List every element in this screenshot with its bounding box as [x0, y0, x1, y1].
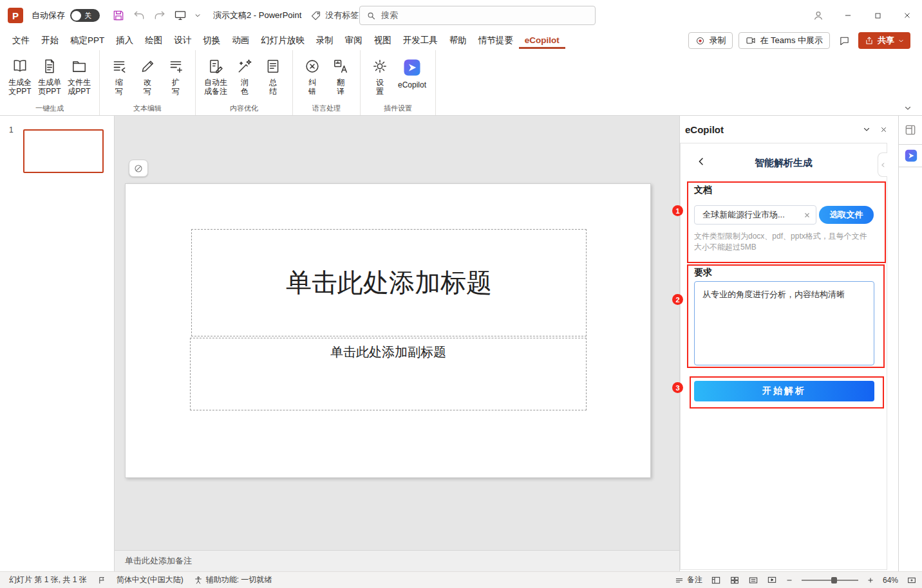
toggle-knob: [71, 11, 81, 21]
generate-single-page-ppt-button[interactable]: 生成单页PPT: [35, 53, 64, 98]
ribbon-group-label: 内容优化: [196, 104, 292, 113]
chevron-left-icon: [880, 162, 886, 168]
requirement-textarea[interactable]: 从专业的角度进行分析，内容结构清晰: [694, 281, 874, 365]
tab-animations[interactable]: 动画: [226, 32, 255, 50]
save-button[interactable]: [110, 7, 127, 24]
settings-button[interactable]: 设置: [366, 53, 394, 98]
task-pane-icon[interactable]: [904, 124, 917, 136]
minimize-icon: [843, 11, 852, 20]
expand-text-button[interactable]: 扩写: [162, 53, 190, 98]
record-button[interactable]: 录制: [688, 32, 733, 49]
tag-label: 没有标签: [325, 10, 359, 21]
abbreviate-button[interactable]: 缩写: [105, 53, 133, 98]
fit-slide-to-window-button[interactable]: [907, 575, 917, 585]
slide-count-status[interactable]: 幻灯片 第 1 张, 共 1 张: [9, 574, 87, 585]
reading-view-button[interactable]: [748, 575, 758, 585]
slide-sorter-view-button[interactable]: [729, 575, 740, 585]
summarize-button[interactable]: 总结: [259, 53, 287, 98]
zoom-in-button[interactable]: [867, 576, 874, 584]
powerpoint-logo-icon: P: [8, 8, 23, 23]
tab-transitions[interactable]: 切换: [197, 32, 226, 50]
select-file-button[interactable]: 选取文件: [819, 206, 874, 224]
chevron-down-icon: [863, 125, 870, 133]
close-button[interactable]: [892, 0, 922, 31]
ecopilot-pane-button[interactable]: eCopilot: [394, 53, 430, 91]
sensitivity-label-button[interactable]: 没有标签: [310, 10, 359, 21]
ecopilot-side-tab[interactable]: [899, 144, 922, 167]
status-bar-left: 幻灯片 第 1 张, 共 1 张 简体中文(中国大陆) 辅助功能: 一切就绪: [0, 574, 272, 585]
teams-camera-icon: [746, 35, 756, 46]
notes-toggle-button[interactable]: 备注: [675, 574, 702, 585]
undo-button[interactable]: [131, 7, 147, 24]
zoom-slider[interactable]: [802, 580, 858, 581]
rewrite-button[interactable]: 改写: [133, 53, 162, 98]
zoom-level[interactable]: 64%: [883, 576, 898, 585]
record-label: 录制: [709, 35, 726, 46]
collapse-ribbon-button[interactable]: [904, 104, 912, 112]
ecopilot-panel: eCopilot 智能解析生成 文档 全球新能源行业市场...: [679, 116, 898, 571]
tab-storyboard[interactable]: 情节提要: [473, 32, 519, 50]
subtitle-placeholder[interactable]: 单击此处添加副标题: [190, 338, 587, 410]
compress-text-icon: [111, 58, 127, 75]
ribbon-group-label: 文本编辑: [100, 104, 195, 113]
maximize-button[interactable]: [863, 0, 892, 31]
slide-number: 1: [9, 125, 14, 134]
start-parsing-button[interactable]: 开始解析: [694, 381, 874, 401]
ribbon-group-text-editing: 缩写 改写 扩写 文本编辑: [100, 50, 196, 115]
tab-draw[interactable]: 绘图: [139, 32, 168, 50]
record-icon: [695, 36, 705, 46]
present-in-teams-label: 在 Teams 中展示: [760, 35, 823, 46]
tab-ecopilot[interactable]: eCopilot: [519, 32, 565, 49]
tab-gaoding-ppt[interactable]: 稿定PPT: [64, 32, 110, 50]
book-icon: [12, 58, 28, 75]
present-in-teams-button[interactable]: 在 Teams 中展示: [739, 32, 830, 49]
tab-slideshow[interactable]: 幻灯片放映: [255, 32, 310, 50]
panel-close-button[interactable]: [875, 121, 892, 138]
comments-button[interactable]: [836, 32, 852, 49]
polish-button[interactable]: 润色: [230, 53, 259, 98]
ribbon-group-content-optimization: 自动生成备注 润色 总结 内容优化: [196, 50, 293, 115]
designer-button[interactable]: [129, 160, 148, 177]
autosave-toggle[interactable]: 关: [70, 9, 100, 22]
slideshow-view-button[interactable]: [767, 575, 777, 585]
tab-file[interactable]: 文件: [6, 32, 35, 50]
tab-review[interactable]: 审阅: [339, 32, 368, 50]
tab-design[interactable]: 设计: [168, 32, 197, 50]
button-label: 翻译: [337, 78, 344, 96]
generate-full-ppt-button[interactable]: 生成全文PPT: [5, 53, 35, 98]
share-button[interactable]: 共享: [858, 32, 910, 49]
redo-icon: [153, 9, 166, 22]
translate-button[interactable]: 翻译: [326, 53, 355, 98]
tab-record[interactable]: 录制: [310, 32, 339, 50]
notes-pane[interactable]: 单击此处添加备注: [115, 550, 679, 571]
search-input[interactable]: 搜索: [359, 6, 596, 25]
panel-collapse-handle[interactable]: [878, 152, 887, 177]
tab-view[interactable]: 视图: [368, 32, 397, 50]
account-button[interactable]: [804, 0, 833, 31]
tab-insert[interactable]: 插入: [110, 32, 139, 50]
zoom-slider-thumb[interactable]: [831, 577, 837, 583]
start-presentation-button[interactable]: [172, 7, 189, 24]
title-placeholder[interactable]: 单击此处添加标题: [191, 229, 587, 336]
language-status[interactable]: 简体中文(中国大陆): [117, 574, 183, 585]
button-label: 设置: [376, 78, 384, 96]
minimize-button[interactable]: [833, 0, 863, 31]
ribbon-right-actions: 录制 在 Teams 中展示 共享: [688, 32, 916, 49]
auto-generate-notes-button[interactable]: 自动生成备注: [201, 53, 230, 98]
flag-icon[interactable]: [97, 576, 106, 585]
normal-view-button[interactable]: [711, 575, 721, 585]
document-title: 演示文稿2 - PowerPoint: [213, 10, 301, 21]
accessibility-status[interactable]: 辅助功能: 一切就绪: [194, 574, 272, 585]
tab-developer[interactable]: 开发工具: [397, 32, 444, 50]
file-to-ppt-button[interactable]: 文件生成PPT: [64, 53, 94, 98]
customize-qat-button[interactable]: [193, 7, 203, 24]
tab-home[interactable]: 开始: [35, 32, 64, 50]
remove-file-icon[interactable]: [804, 212, 811, 219]
redo-button[interactable]: [151, 7, 168, 24]
slide-thumbnail[interactable]: [23, 129, 104, 173]
panel-menu-button[interactable]: [858, 121, 875, 138]
tab-help[interactable]: 帮助: [444, 32, 473, 50]
zoom-out-button[interactable]: [786, 576, 793, 584]
correct-errors-button[interactable]: 纠错: [298, 53, 326, 98]
selected-file-chip[interactable]: 全球新能源行业市场...: [694, 205, 816, 225]
